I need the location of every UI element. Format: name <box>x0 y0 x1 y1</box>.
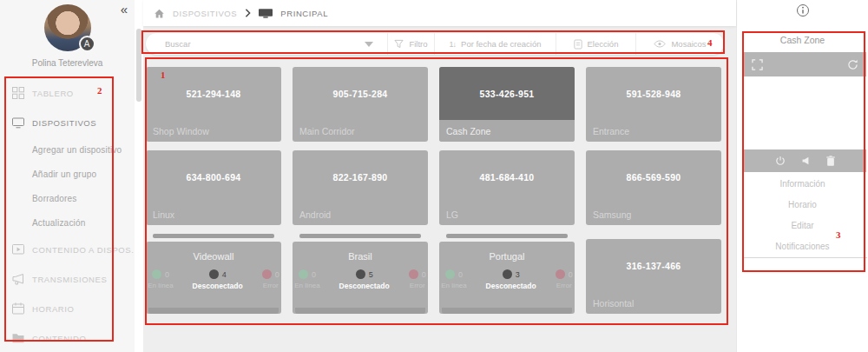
group-tile-brasil[interactable]: Brasil 0 En línea 5 Desconectado 0 Error <box>293 234 428 314</box>
offline-count: 3 <box>516 270 520 279</box>
device-tile-lg[interactable]: 481-684-410 LG <box>439 150 575 225</box>
device-tile-android[interactable]: 822-167-890 Android <box>293 150 428 225</box>
refresh-icon[interactable] <box>847 59 858 70</box>
user-name: Polina Teterevleva <box>0 58 135 68</box>
offline-label: Desconectado <box>339 282 390 290</box>
sidebar-item-borradores[interactable]: Borradores <box>0 186 135 210</box>
error-dot-icon <box>409 269 418 279</box>
sidebar-scrollbar[interactable] <box>135 0 143 352</box>
sidebar-item-transmisiones[interactable]: TRANSMISIONES <box>0 264 135 294</box>
device-tile-shop-window[interactable]: 521-294-148 Shop Window <box>146 67 281 142</box>
online-dot-icon <box>445 269 455 279</box>
detail-panel: Cash Zone InformaciónHorarioEditarNotifi… <box>736 0 868 352</box>
device-tile-samsung[interactable]: 866-569-590 Samsung <box>586 150 721 225</box>
selection-label: Elección <box>588 39 619 49</box>
dashboard-icon <box>11 86 25 100</box>
device-name: Android <box>293 203 428 225</box>
device-name: Main Corridor <box>293 120 428 142</box>
power-icon[interactable] <box>775 156 786 166</box>
group-tile-videowall[interactable]: Videowall 0 En línea 4 Desconectado 0 Er… <box>146 234 281 314</box>
sidebar-item-agregar-un-dispositivo[interactable]: Agregar un dispositivo <box>0 137 135 162</box>
sidebar-item-a-adir-un-grupo[interactable]: Añadir un grupo <box>0 162 135 186</box>
detail-menu: InformaciónHorarioEditarNotificaciones <box>737 174 868 257</box>
group-stack-indicator <box>153 234 274 238</box>
device-id: 822-167-890 <box>333 172 388 183</box>
volume-icon[interactable] <box>800 156 811 166</box>
offline-count: 4 <box>222 270 227 279</box>
sidebar-collapse-icon[interactable]: « <box>121 2 128 17</box>
avatar-badge: A <box>79 36 95 52</box>
status-offline: 5 Desconectado <box>339 269 390 290</box>
funnel-icon <box>394 39 404 49</box>
device-tile-body: 634-800-694 <box>146 150 281 203</box>
device-tile-body: 481-684-410 <box>439 150 575 203</box>
status-online: 0 En línea <box>441 269 466 290</box>
filter-button[interactable]: Filtro <box>387 33 434 55</box>
sidebar-item-actualizaci-n[interactable]: Actualización <box>0 210 135 235</box>
online-label: En línea <box>148 282 173 289</box>
error-count: 0 <box>569 270 573 279</box>
device-tile-body: 316-137-466 <box>586 239 721 292</box>
device-tile-cash-zone[interactable]: 533-426-951 Cash Zone <box>439 67 575 142</box>
error-count: 0 <box>275 270 279 279</box>
group-tile-portugal[interactable]: Portugal 0 En línea 3 Desconectado 0 Err… <box>439 234 575 314</box>
sidebar-menu: TABLERO DISPOSITIVOS Agregar un disposit… <box>0 78 135 352</box>
group-stack-indicator <box>299 234 421 238</box>
offline-dot-icon <box>503 269 512 279</box>
detail-menu-item-horario[interactable]: Horario <box>737 195 868 216</box>
status-offline: 4 Desconectado <box>193 269 243 290</box>
breadcrumb-parent[interactable]: DISPOSITIVOS <box>173 9 237 18</box>
trash-icon[interactable] <box>825 156 836 166</box>
group-name: Videowall <box>146 251 281 262</box>
group-name: Brasil <box>293 251 428 262</box>
sort-icon: 1↓ <box>450 40 457 49</box>
status-error: 0 Error <box>262 269 279 290</box>
sidebar-item-contenido-a-dispos[interactable]: CONTENIDO A DISPOS... <box>0 235 135 264</box>
device-tile-body: 591-528-948 <box>586 67 721 120</box>
sort-label: Por fecha de creación <box>461 39 541 49</box>
preview-toolbar <box>744 52 866 76</box>
main-content: DISPOSITIVOS PRINCIPAL Buscar Filtro 1↓ … <box>143 0 736 352</box>
device-tile-body: 866-569-590 <box>586 150 721 203</box>
sidebar-item-horario[interactable]: HORARIO <box>0 294 135 323</box>
view-mode-button[interactable]: Mosaicos <box>635 33 724 55</box>
search-input[interactable]: Buscar <box>146 33 387 55</box>
scrollbar-thumb[interactable] <box>136 29 141 102</box>
info-icon[interactable] <box>796 3 810 17</box>
detail-menu-item-editar[interactable]: Editar <box>737 216 868 236</box>
chevron-right-icon <box>245 9 251 17</box>
sidebar-item-contenido[interactable]: CONTENIDO <box>0 323 135 352</box>
sidebar-item-tablero[interactable]: TABLERO <box>0 78 135 108</box>
selection-button[interactable]: Elección <box>556 33 635 55</box>
error-label: Error <box>409 282 426 289</box>
breadcrumb: DISPOSITIVOS PRINCIPAL <box>143 0 736 26</box>
sort-button[interactable]: 1↓ Por fecha de creación <box>434 33 556 55</box>
fullscreen-icon[interactable] <box>752 59 763 70</box>
offline-label: Desconectado <box>193 282 243 290</box>
monitor-solid-icon <box>259 9 273 18</box>
device-tile-main-corridor[interactable]: 905-715-284 Main Corridor <box>293 67 428 142</box>
device-name: Samsung <box>586 203 721 225</box>
user-avatar[interactable]: A <box>44 4 91 51</box>
offline-dot-icon <box>209 269 219 279</box>
checklist-icon <box>574 39 582 50</box>
online-count: 0 <box>458 270 463 279</box>
detail-menu-item-notificaciones[interactable]: Notificaciones <box>737 236 868 257</box>
chevron-down-icon[interactable] <box>365 42 373 47</box>
group-name: Portugal <box>439 251 575 262</box>
device-id: 533-426-951 <box>480 89 535 99</box>
sidebar-item-dispositivos[interactable]: DISPOSITIVOS <box>0 108 135 137</box>
home-icon[interactable] <box>154 8 165 19</box>
detail-menu-item-informaci-n[interactable]: Información <box>737 174 868 195</box>
error-label: Error <box>556 282 573 289</box>
device-tile-entrance[interactable]: 591-528-948 Entrance <box>586 67 721 142</box>
divider <box>742 257 867 258</box>
online-dot-icon <box>152 269 161 279</box>
device-tile-horisontal[interactable]: 316-137-466 Horisontal <box>586 239 721 314</box>
status-online: 0 En línea <box>148 269 173 290</box>
sidebar: « A Polina Teterevleva TABLERO DISPOSITI… <box>0 0 135 352</box>
group-status-row: 0 En línea 4 Desconectado 0 Error <box>146 269 281 290</box>
status-offline: 3 Desconectado <box>486 269 536 290</box>
device-tile-linux[interactable]: 634-800-694 Linux <box>146 150 281 225</box>
group-tile-body: Brasil 0 En línea 5 Desconectado 0 Error <box>293 242 428 314</box>
